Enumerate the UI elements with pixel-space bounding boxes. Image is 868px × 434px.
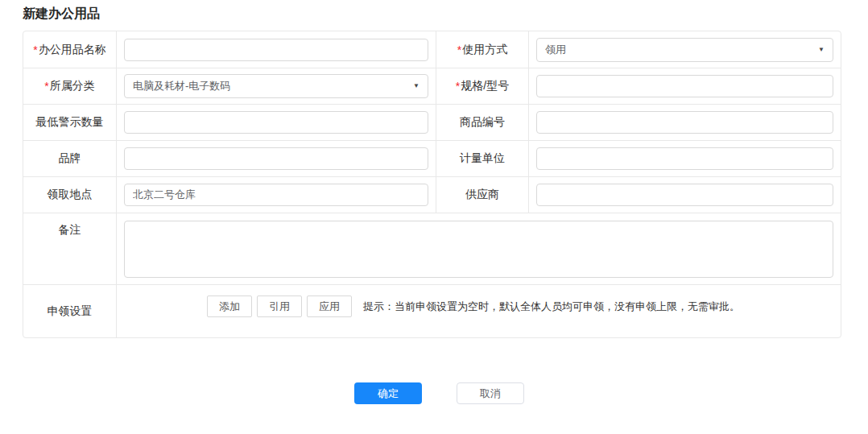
name-field-cell [116,31,436,68]
quote-button[interactable]: 引用 [257,296,302,317]
supplier-field-cell [528,176,841,213]
min-warning-qty-label: 最低警示数量 [23,104,116,140]
category-select[interactable]: 电脑及耗材-电子数码 ▼ [124,74,428,98]
usage-select-value: 领用 [545,43,566,57]
product-code-input[interactable] [536,111,833,134]
category-select-value: 电脑及耗材-电子数码 [133,79,230,93]
spec-input[interactable] [536,75,833,97]
required-marker: * [44,80,48,93]
apply-button[interactable]: 应用 [307,296,352,317]
min-warning-qty-input[interactable] [124,111,428,134]
remark-textarea[interactable] [124,221,833,278]
supplier-label: 供应商 [436,176,528,213]
brand-label: 品牌 [23,140,116,176]
supplier-input[interactable] [536,184,833,206]
spec-field-cell [528,68,841,104]
add-button[interactable]: 添加 [207,296,252,317]
unit-field-cell [528,140,841,176]
confirm-button[interactable]: 确定 [354,382,422,404]
pickup-location-field-cell [116,176,436,213]
name-input[interactable] [124,39,428,61]
claim-settings-label: 申领设置 [23,284,116,337]
usage-label: *使用方式 [436,31,528,68]
category-label: *所属分类 [23,68,116,104]
unit-input[interactable] [536,147,833,170]
dropdown-arrow-icon: ▼ [413,82,420,90]
name-label: *办公用品名称 [23,31,116,68]
remark-label: 备注 [23,213,116,284]
product-code-field-cell [528,104,841,140]
new-office-supply-form: *办公用品名称 *使用方式 领用 ▼ *所属分类 电脑及耗材-电子数码 ▼ *规… [23,31,841,338]
new-office-supply-page: 新建办公用品 *办公用品名称 *使用方式 领用 ▼ *所属分类 电脑及耗材-电子… [0,0,868,404]
pickup-location-label: 领取地点 [23,176,116,213]
usage-select[interactable]: 领用 ▼ [536,38,833,62]
required-marker: * [457,43,461,56]
remark-field-cell [116,213,841,284]
cancel-button[interactable]: 取消 [457,382,524,404]
page-title: 新建办公用品 [23,6,868,21]
brand-field-cell [116,140,436,176]
min-warning-qty-field-cell [116,104,436,140]
footer-actions: 确定 取消 [23,382,841,404]
pickup-location-input[interactable] [124,184,428,206]
required-marker: * [33,43,37,56]
claim-settings-cell: 添加 引用 应用 提示：当前申领设置为空时，默认全体人员均可申领，没有申领上限，… [116,284,841,337]
spec-label: *规格/型号 [436,68,528,104]
brand-input[interactable] [124,147,428,170]
unit-label: 计量单位 [436,140,528,176]
product-code-label: 商品编号 [436,104,528,140]
category-field-cell: 电脑及耗材-电子数码 ▼ [116,68,436,104]
required-marker: * [456,80,460,93]
usage-field-cell: 领用 ▼ [528,31,841,68]
claim-settings-hint: 提示：当前申领设置为空时，默认全体人员均可申领，没有申领上限，无需审批。 [363,296,740,317]
dropdown-arrow-icon: ▼ [818,46,825,54]
